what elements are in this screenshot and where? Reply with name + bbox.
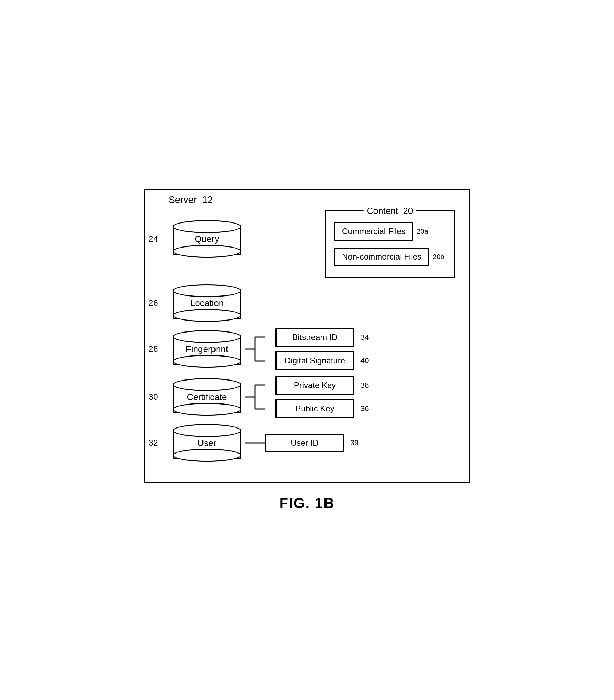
public-key-ref-label: 36	[360, 404, 369, 413]
fingerprint-branch-svg	[245, 328, 265, 370]
public-key-row: Public Key 36	[275, 399, 369, 418]
cylinder-bottom-user	[173, 449, 241, 462]
location-label: Location	[190, 298, 224, 309]
digital-sig-row: Digital Signature 40	[275, 351, 369, 370]
commercial-row: Commercial Files 20a	[334, 220, 446, 243]
fingerprint-row: 28 Fingerprint	[173, 328, 455, 370]
certificate-label: Certificate	[187, 392, 227, 402]
digital-sig-ref-label: 40	[360, 356, 369, 365]
fingerprint-label: Fingerprint	[186, 344, 228, 354]
cylinder-top-fingerprint	[173, 330, 241, 343]
noncommercial-ref-label: 20b	[433, 253, 444, 261]
fingerprint-cylinder: Fingerprint	[173, 330, 241, 368]
bitstream-ref: 34	[360, 333, 369, 342]
commercial-files-box: Commercial Files	[334, 222, 413, 241]
bitstream-box: Bitstream ID	[275, 328, 354, 347]
certificate-branch-svg	[245, 376, 265, 418]
private-key-row: Private Key 38	[275, 376, 369, 395]
server-box: Server 12 24 Query Content 20	[144, 189, 470, 483]
user-cylinder: User	[173, 424, 241, 462]
ref-user: 32	[149, 438, 158, 448]
user-row: 32 User User ID 39	[173, 424, 455, 462]
server-title: Server 12	[166, 194, 216, 205]
cylinder-top-user	[173, 424, 241, 437]
ref-query: 24	[149, 234, 158, 244]
digital-sig-box: Digital Signature	[275, 351, 354, 370]
cylinder-bottom-fingerprint	[173, 355, 241, 368]
user-branch-svg	[245, 436, 265, 450]
bitstream-row: Bitstream ID 34	[275, 328, 369, 347]
public-key-box: Public Key	[275, 399, 354, 418]
top-section: 24 Query Content 20 Commercial Files 20a	[173, 200, 455, 278]
user-label: User	[198, 438, 217, 448]
user-id-row: User ID 39	[265, 434, 358, 452]
content-box: Content 20 Commercial Files 20a Non-comm…	[325, 210, 455, 278]
user-connector	[245, 436, 265, 450]
cylinder-top-query	[173, 220, 241, 233]
cylinder-bottom-query	[173, 245, 241, 258]
figure-caption: FIG. 1B	[279, 495, 334, 511]
noncommercial-files-box: Non-commercial Files	[334, 248, 429, 266]
location-cylinder: Location	[173, 284, 241, 322]
ref-certificate: 30	[149, 392, 158, 402]
certificate-row: 30 Certificate Private Key 38	[173, 376, 455, 418]
commercial-ref-label: 20a	[417, 228, 428, 236]
page: Server 12 24 Query Content 20	[119, 189, 495, 511]
cylinder-bottom-certificate	[173, 403, 241, 416]
certificate-cylinder: Certificate	[173, 378, 241, 416]
query-cylinder: Query	[173, 220, 241, 258]
content-title: Content 20	[364, 206, 416, 216]
fingerprint-connectors	[245, 328, 265, 370]
cylinder-top-location	[173, 284, 241, 297]
location-row: 26 Location	[173, 284, 455, 322]
noncommercial-row: Non-commercial Files 20b	[334, 245, 446, 268]
user-id-box: User ID	[265, 434, 344, 452]
user-id-ref-label: 39	[350, 438, 358, 447]
private-key-box: Private Key	[275, 376, 354, 395]
fingerprint-boxes: Bitstream ID 34 Digital Signature 40	[275, 328, 369, 370]
ref-fingerprint: 28	[149, 344, 158, 354]
query-label: Query	[195, 234, 219, 244]
cylinder-top-certificate	[173, 378, 241, 391]
certificate-boxes: Private Key 38 Public Key 36	[275, 376, 369, 418]
ref-location: 26	[149, 298, 158, 308]
private-key-ref-label: 38	[360, 381, 369, 390]
certificate-connectors	[245, 376, 265, 418]
cylinder-bottom-location	[173, 309, 241, 322]
